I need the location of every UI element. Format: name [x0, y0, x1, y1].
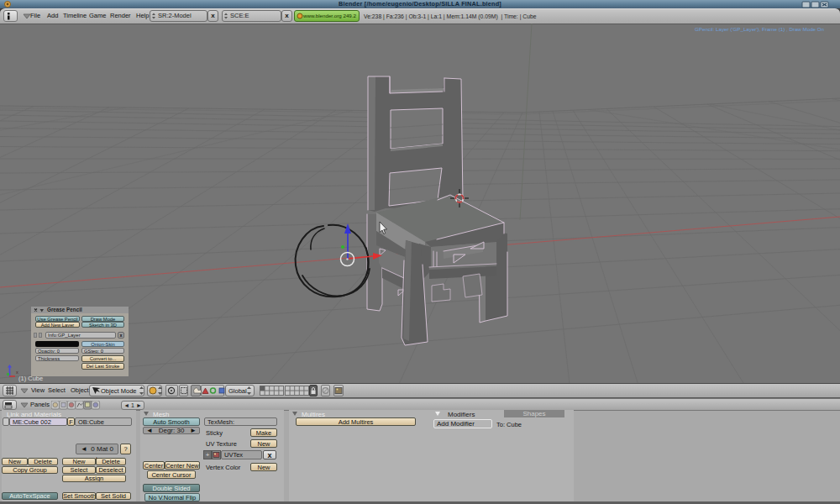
- svg-text:GPencil: Layer ('GP_Layer'), F: GPencil: Layer ('GP_Layer'), Frame (1) ,…: [695, 26, 825, 32]
